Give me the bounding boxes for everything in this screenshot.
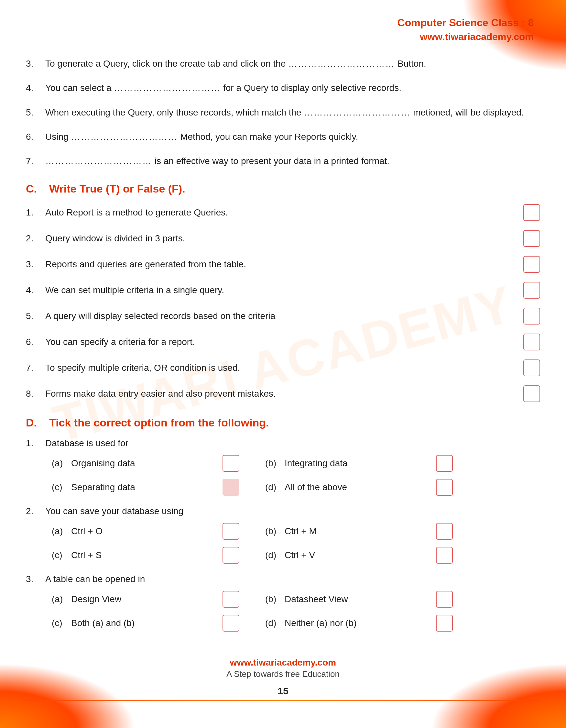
item-num-3: 3. xyxy=(26,57,45,71)
tf-item-5: 5. A query will display selected records… xyxy=(26,308,540,325)
fill-item-3: 3. To generate a Query, click on the cre… xyxy=(26,57,540,71)
mc-question-2: 2. You can save your database using (a) … xyxy=(26,506,540,564)
tf-text-8: Forms make data entry easier and also pr… xyxy=(45,389,514,399)
tf-item-3: 3. Reports and queries are generated fro… xyxy=(26,256,540,273)
section-c-title: Write True (T) or False (F). xyxy=(49,182,185,195)
mc-answer-box-2-4[interactable] xyxy=(436,547,453,564)
answer-box-5[interactable] xyxy=(523,308,540,325)
mc-option-3-1: (a) Design View xyxy=(52,591,239,608)
tf-num-6: 6. xyxy=(26,337,45,347)
item-text-5: When executing the Query, only those rec… xyxy=(45,105,540,119)
mc-option-3-4: (d) Neither (a) nor (b) xyxy=(265,615,453,632)
answer-box-8[interactable] xyxy=(523,385,540,402)
mc-answer-box-2-3[interactable] xyxy=(223,547,239,564)
mc-answer-box-1-1[interactable] xyxy=(223,455,239,472)
tf-item-6: 6. You can specify a criteria for a repo… xyxy=(26,334,540,350)
item-num-4: 4. xyxy=(26,81,45,95)
item-text-6: Using …………………………… Method, you can make y… xyxy=(45,130,540,144)
mc-options-2: (a) Ctrl + O (b) Ctrl + M (c) Ctrl + S xyxy=(52,523,540,564)
mc-option-2-3: (c) Ctrl + S xyxy=(52,547,239,564)
tf-text-3: Reports and queries are generated from t… xyxy=(45,259,514,270)
tf-text-2: Query window is divided in 3 parts. xyxy=(45,233,514,244)
mc-answer-box-3-4[interactable] xyxy=(436,615,453,632)
mc-text-2: You can save your database using xyxy=(45,506,540,516)
mc-option-row: (a) Organising data (b) Integrating data xyxy=(52,455,540,472)
answer-box-1[interactable] xyxy=(523,204,540,221)
fill-item-4: 4. You can select a …………………………… for a Qu… xyxy=(26,81,540,95)
section-d-title: Tick the correct option from the followi… xyxy=(49,416,269,429)
section-c-items: 1. Auto Report is a method to generate Q… xyxy=(26,204,540,402)
fill-item-6: 6. Using …………………………… Method, you can mak… xyxy=(26,130,540,144)
tf-num-8: 8. xyxy=(26,389,45,399)
mc-question-1: 1. Database is used for (a) Organising d… xyxy=(26,438,540,496)
mc-option-1-4: (d) All of the above xyxy=(265,479,453,496)
bottom-line xyxy=(26,700,540,701)
tf-text-6: You can specify a criteria for a report. xyxy=(45,337,514,347)
item-num-7: 7. xyxy=(26,154,45,168)
section-d-questions: 1. Database is used for (a) Organising d… xyxy=(26,438,540,632)
answer-box-7[interactable] xyxy=(523,359,540,376)
mc-answer-box-2-1[interactable] xyxy=(223,523,239,540)
mc-answer-box-3-3[interactable] xyxy=(223,615,239,632)
mc-options-3: (a) Design View (b) Datasheet View (c) B… xyxy=(52,591,540,632)
page-number: 15 xyxy=(26,686,540,697)
mc-option-2-2: (b) Ctrl + M xyxy=(265,523,453,540)
mc-option-1-2: (b) Integrating data xyxy=(265,455,453,472)
tf-num-4: 4. xyxy=(26,285,45,295)
item-text-3: To generate a Query, click on the create… xyxy=(45,57,540,71)
mc-text-3: A table can be opened in xyxy=(45,574,540,584)
header-title: Computer Science Class : 8 xyxy=(26,16,534,30)
mc-answer-box-1-2[interactable] xyxy=(436,455,453,472)
tf-item-4: 4. We can set multiple criteria in a sin… xyxy=(26,282,540,299)
mc-answer-box-2-2[interactable] xyxy=(436,523,453,540)
mc-option-3-3: (c) Both (a) and (b) xyxy=(52,615,239,632)
tf-item-2: 2. Query window is divided in 3 parts. xyxy=(26,230,540,247)
tf-item-8: 8. Forms make data entry easier and also… xyxy=(26,385,540,402)
tf-num-5: 5. xyxy=(26,311,45,321)
mc-option-2-4: (d) Ctrl + V xyxy=(265,547,453,564)
mc-option-row: (c) Ctrl + S (d) Ctrl + V xyxy=(52,547,540,564)
mc-option-row: (c) Both (a) and (b) (d) Neither (a) nor… xyxy=(52,615,540,632)
mc-question-3: 3. A table can be opened in (a) Design V… xyxy=(26,574,540,632)
tf-text-4: We can set multiple criteria in a single… xyxy=(45,285,514,295)
mc-option-3-2: (b) Datasheet View xyxy=(265,591,453,608)
mc-option-row: (a) Design View (b) Datasheet View xyxy=(52,591,540,608)
tf-num-7: 7. xyxy=(26,363,45,373)
mc-answer-box-1-3[interactable] xyxy=(223,479,239,496)
tf-text-1: Auto Report is a method to generate Quer… xyxy=(45,207,514,218)
tf-text-7: To specify multiple criteria, OR conditi… xyxy=(45,363,514,373)
answer-box-3[interactable] xyxy=(523,256,540,273)
tf-num-2: 2. xyxy=(26,233,45,244)
tf-num-3: 3. xyxy=(26,259,45,270)
footer-tagline: A Step towards free Education xyxy=(26,669,540,679)
mc-num-2: 2. xyxy=(26,506,45,516)
tf-text-5: A query will display selected records ba… xyxy=(45,311,514,321)
tf-num-1: 1. xyxy=(26,207,45,218)
item-num-5: 5. xyxy=(26,105,45,119)
fill-item-5: 5. When executing the Query, only those … xyxy=(26,105,540,119)
page-header: Computer Science Class : 8 www.tiwariaca… xyxy=(26,10,540,47)
answer-box-2[interactable] xyxy=(523,230,540,247)
fill-section: 3. To generate a Query, click on the cre… xyxy=(26,57,540,168)
mc-option-1-3: (c) Separating data xyxy=(52,479,239,496)
mc-option-1-1: (a) Organising data xyxy=(52,455,239,472)
section-d-header: D. Tick the correct option from the foll… xyxy=(26,416,540,429)
mc-answer-box-1-4[interactable] xyxy=(436,479,453,496)
mc-answer-box-3-2[interactable] xyxy=(436,591,453,608)
mc-num-1: 1. xyxy=(26,438,45,448)
mc-option-2-1: (a) Ctrl + O xyxy=(52,523,239,540)
mc-answer-box-3-1[interactable] xyxy=(223,591,239,608)
mc-options-1: (a) Organising data (b) Integrating data… xyxy=(52,455,540,496)
section-d-letter: D. xyxy=(26,416,42,429)
answer-box-4[interactable] xyxy=(523,282,540,299)
mc-option-row: (c) Separating data (d) All of the above xyxy=(52,479,540,496)
item-text-7: …………………………… is an effective way to prese… xyxy=(45,154,540,168)
mc-num-3: 3. xyxy=(26,574,45,584)
page-footer: www.tiwariacademy.com A Step towards fre… xyxy=(26,651,540,679)
tf-item-1: 1. Auto Report is a method to generate Q… xyxy=(26,204,540,221)
mc-text-1: Database is used for xyxy=(45,438,540,448)
item-num-6: 6. xyxy=(26,130,45,144)
answer-box-6[interactable] xyxy=(523,334,540,350)
footer-url: www.tiwariacademy.com xyxy=(26,657,540,668)
section-c-letter: C. xyxy=(26,182,42,195)
